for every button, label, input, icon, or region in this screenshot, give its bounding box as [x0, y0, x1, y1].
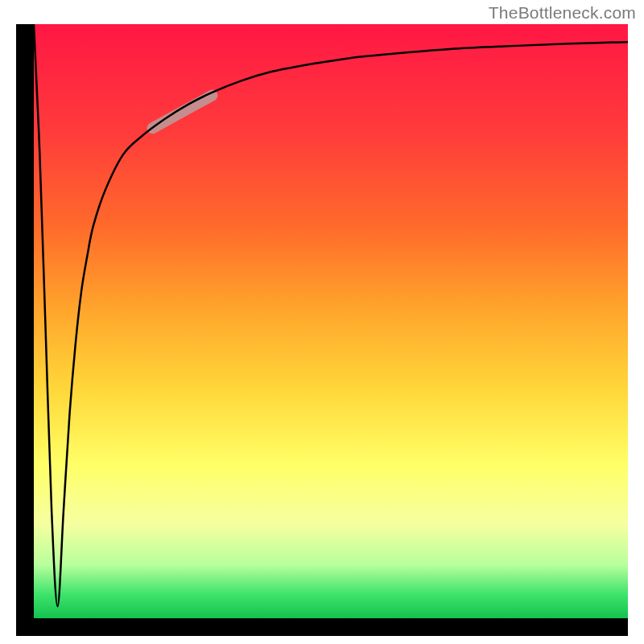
watermark-label: TheBottleneck.com	[489, 3, 636, 23]
plot-background	[34, 24, 628, 618]
chart-svg	[34, 24, 628, 618]
plot-area	[34, 24, 628, 618]
chart-outer-border	[16, 24, 628, 636]
chart-frame: TheBottleneck.com	[0, 0, 644, 644]
